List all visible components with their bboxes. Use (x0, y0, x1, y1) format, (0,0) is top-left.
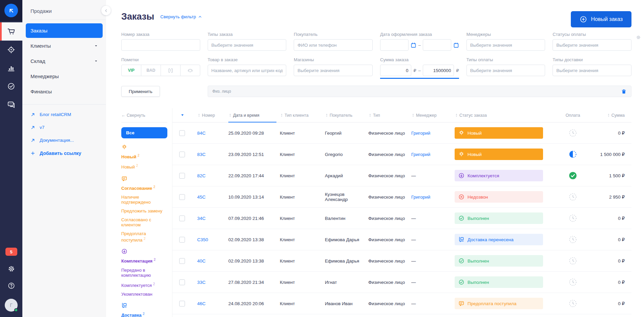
status-filter-item[interactable]: Передано в комплектацию (121, 268, 167, 278)
column-header-client-type[interactable]: Тип клиента (280, 108, 325, 122)
shops-select[interactable]: Выберите значения (294, 65, 373, 76)
order-sum-to-input[interactable] (423, 65, 454, 76)
order-number-input[interactable] (121, 39, 200, 51)
delivery-types-select[interactable]: Выберите значения (553, 65, 631, 76)
status-filter-item[interactable]: Комплектация 2 (121, 257, 167, 264)
sidebar-item[interactable]: Финансы (26, 84, 103, 99)
order-number-link[interactable]: 82C (197, 173, 206, 178)
payment-types-select[interactable]: Выберите значения (466, 65, 545, 76)
order-number-link[interactable]: 83C (197, 152, 206, 157)
column-header-order-status[interactable]: Статус заказа (455, 108, 556, 122)
status-filter-item[interactable]: Согласовано с клиентом (121, 217, 167, 227)
collapse-filter-link[interactable]: Свернуть фильтр (160, 14, 202, 19)
column-filter-toggle[interactable] (172, 108, 197, 122)
row-checkbox[interactable] (179, 173, 185, 179)
order-number-link[interactable]: 33C (197, 280, 206, 285)
new-order-button[interactable]: Новый заказ (571, 11, 631, 27)
saved-filter-bar[interactable]: Физ. лицо (208, 86, 631, 97)
status-filter-item[interactable]: Новый 2 (121, 153, 167, 159)
column-header-type[interactable]: Тип (368, 108, 411, 122)
row-checkbox[interactable] (179, 279, 185, 285)
column-header-sum[interactable]: Сумма (590, 108, 631, 122)
order-number-link[interactable]: 40C (197, 258, 206, 264)
sidebar-item[interactable]: Менеджеры (26, 69, 103, 84)
mark-flag-expired-button[interactable] (161, 65, 181, 76)
status-filter-item[interactable]: Новый 2 (121, 163, 167, 169)
sidebar-item[interactable]: Склад (26, 54, 103, 68)
sidebar-item[interactable]: Заказы (26, 23, 103, 38)
order-row-45C[interactable]: 45C10.09.2020 13:14КлиентКузнецов Алекса… (172, 186, 631, 208)
payment-pending-icon (556, 278, 590, 287)
sidebar-link[interactable]: v7 (30, 125, 98, 130)
sidebar-collapse-button[interactable] (101, 6, 111, 15)
status-filter-item[interactable]: Предоплата поступила 2 (121, 231, 167, 243)
help-icon[interactable] (7, 282, 15, 290)
order-row-33C[interactable]: 33C27.08.2020 21:34КлиентИгнатФизическое… (172, 272, 631, 293)
product-input[interactable] (208, 65, 287, 76)
managers-select[interactable]: Выберите значения (466, 39, 545, 51)
order-number-link[interactable]: 84C (197, 131, 206, 136)
calendar-icon[interactable] (411, 42, 416, 48)
notification-badge[interactable]: 5 (5, 248, 17, 256)
rail-item-tasks[interactable] (0, 77, 22, 95)
page-settings-gear-icon[interactable] (636, 35, 641, 40)
order-datetime: 22.09.2020 17:44 (228, 173, 280, 178)
row-checkbox[interactable] (179, 258, 185, 264)
order-number-link[interactable]: 46C (197, 301, 206, 306)
manager-link[interactable]: Григорий (411, 195, 430, 200)
column-header-manager[interactable]: Менеджер (411, 108, 455, 122)
order-row-83C[interactable]: 83C23.09.2020 12:51КлиентGregorioФизичес… (172, 144, 631, 165)
rail-item-orders[interactable] (0, 22, 22, 41)
order-number-link[interactable]: C350 (197, 237, 208, 242)
status-filter-item[interactable]: Предложить замену (121, 208, 167, 213)
status-filter-item[interactable]: Доставка 2 (121, 311, 167, 317)
order-row-82C[interactable]: 82C22.09.2020 17:44КлиентАркадийФизическ… (172, 165, 631, 186)
row-checkbox[interactable] (179, 237, 185, 243)
row-checkbox[interactable] (179, 194, 185, 200)
calendar-icon[interactable] (453, 42, 459, 48)
order-types-select[interactable]: Выберите значения (208, 39, 287, 51)
order-number-link[interactable]: 45C (197, 195, 206, 200)
status-filter-all[interactable]: Все (121, 127, 167, 138)
trash-icon[interactable] (621, 89, 627, 94)
rail-item-geo[interactable] (0, 41, 22, 59)
column-header-datetime[interactable]: Дата и время (228, 108, 280, 122)
rail-item-chats[interactable] (0, 95, 22, 114)
row-checkbox[interactable] (179, 216, 185, 221)
apply-filter-button[interactable]: Применить (121, 86, 160, 97)
column-header-number[interactable]: Номер (197, 108, 228, 122)
row-checkbox[interactable] (179, 301, 185, 307)
sidebar-item[interactable]: Клиенты (26, 39, 103, 53)
app-logo[interactable] (0, 0, 22, 21)
payment-statuses-select[interactable]: Выберите значения (553, 39, 631, 51)
row-checkbox[interactable] (179, 130, 185, 136)
manager-link[interactable]: Григорий (411, 131, 430, 136)
order-row-34C[interactable]: 34C07.09.2020 21:46КлиентВалентинФизичес… (172, 208, 631, 229)
status-filter-item[interactable]: Наличие подтверждено (121, 195, 167, 205)
column-header-customer[interactable]: Покупатель (325, 108, 368, 122)
rail-item-analytics[interactable] (0, 59, 22, 77)
order-row-C350[interactable]: C35002.09.2020 13:38КлиентЕфимова ДарьяФ… (172, 229, 631, 250)
status-filter-item[interactable]: Укомплектован (121, 292, 167, 297)
row-checkbox[interactable] (179, 152, 185, 157)
sidebar-link[interactable]: Документация... (30, 138, 98, 143)
mark-BAD-button[interactable]: BAD (141, 65, 161, 76)
order-date-to-input[interactable] (423, 39, 451, 51)
sidebar-link[interactable]: Добавить ссылку (30, 151, 98, 156)
customer-input[interactable] (294, 39, 373, 51)
sidebar-link[interactable]: Блог retailCRM (30, 112, 98, 117)
order-row-40C[interactable]: 40C02.09.2020 13:38КлиентЕфимова ДарьяФи… (172, 250, 631, 272)
order-row-46C[interactable]: 46C24.08.2020 20:06КлиентИванов ИванФизи… (172, 293, 631, 314)
order-row-84C[interactable]: 84C25.09.2020 09:28КлиентГеоргийФизическ… (172, 122, 631, 144)
order-number-link[interactable]: 34C (197, 216, 206, 221)
user-avatar[interactable]: Г (5, 299, 18, 312)
manager-link[interactable]: Григорий (411, 152, 430, 157)
status-filter-item[interactable]: Согласование 2 (121, 184, 167, 191)
order-sum-from-input[interactable] (380, 65, 411, 76)
status-panel-collapse[interactable]: ← Свернуть (121, 108, 167, 122)
order-date-from-input[interactable] (380, 39, 409, 51)
settings-gear-icon[interactable] (7, 265, 15, 273)
mark-VIP-button[interactable]: VIP (121, 65, 141, 76)
mark-phone-button[interactable] (180, 65, 200, 76)
status-filter-item[interactable]: Комплектуется 2 (121, 281, 167, 288)
